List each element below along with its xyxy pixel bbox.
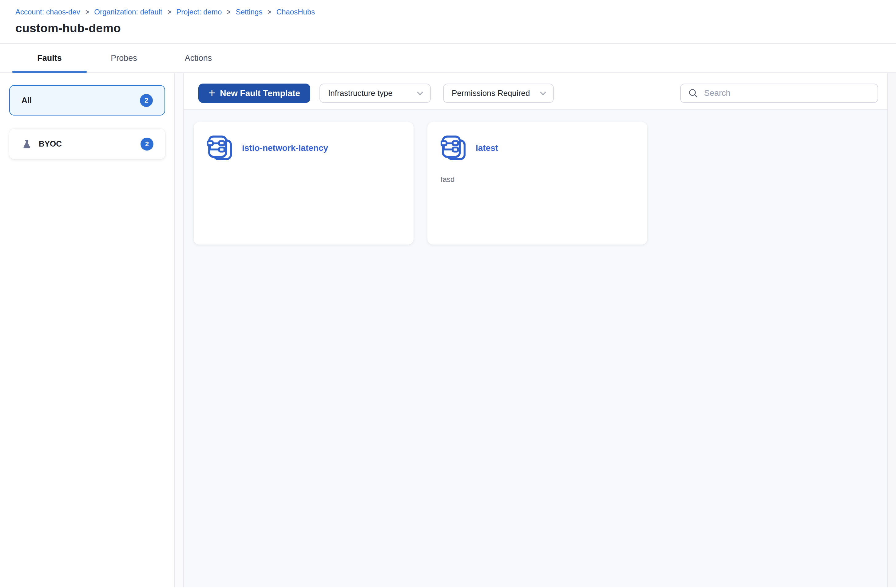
permissions-required-label: Permissions Required [452,88,530,98]
sidebar-item-all-label: All [21,96,32,105]
page-body: All 2 BYOC 2 + New Fault Template Infras… [0,73,896,587]
breadcrumb-separator-icon: > [168,8,171,17]
tab-probes[interactable]: Probes [87,44,161,73]
page-title: custom-hub-demo [15,21,896,35]
page-header: Account: chaos-dev > Organization: defau… [0,0,896,44]
sidebar-divider [175,73,184,587]
tab-probes-label: Probes [111,53,137,63]
breadcrumb-separator-icon: > [85,8,89,17]
fault-category-sidebar: All 2 BYOC 2 [0,73,175,587]
breadcrumb-chaoshubs-link[interactable]: ChaosHubs [276,8,315,17]
fault-template-card-istio-network-latency[interactable]: istio-network-latency [194,122,414,245]
all-count-badge: 2 [140,94,153,107]
tab-faults-label: Faults [37,53,62,63]
main-panel: + New Fault Template Infrastructure type… [184,73,896,587]
permissions-required-dropdown[interactable]: Permissions Required [443,84,554,103]
fault-template-icon [440,135,468,162]
sidebar-item-byoc[interactable]: BYOC 2 [9,129,165,159]
search-icon [688,88,699,99]
breadcrumb-project-link[interactable]: Project: demo [176,8,222,17]
fault-template-title[interactable]: latest [476,143,498,153]
breadcrumb-account-link[interactable]: Account: chaos-dev [15,8,80,17]
breadcrumb-separator-icon: > [268,8,271,17]
infrastructure-type-label: Infrastructure type [328,88,393,98]
card-head: latest [440,135,635,162]
tab-faults[interactable]: Faults [12,44,87,73]
fault-template-icon [207,135,234,162]
breadcrumb-settings-link[interactable]: Settings [236,8,263,17]
sidebar-item-byoc-label: BYOC [39,139,62,149]
flask-icon [21,139,32,149]
tab-actions[interactable]: Actions [161,44,236,73]
breadcrumb: Account: chaos-dev > Organization: defau… [15,8,896,17]
breadcrumb-organization-link[interactable]: Organization: default [94,8,162,17]
chevron-down-icon [417,91,424,96]
byoc-count-badge: 2 [140,138,154,150]
fault-template-grid: istio-network-latency [184,110,896,245]
chevron-down-icon [539,91,546,96]
card-head: istio-network-latency [207,135,401,162]
vertical-scrollbar[interactable] [887,73,896,587]
fault-template-description: fasd [440,175,635,184]
search-box [680,84,878,103]
active-tab-underline [12,71,87,73]
sidebar-item-all[interactable]: All 2 [9,85,165,115]
new-fault-template-label: New Fault Template [220,88,300,98]
tab-bar: Faults Probes Actions [0,44,896,73]
plus-icon: + [209,87,215,99]
search-input[interactable] [704,88,870,98]
breadcrumb-separator-icon: > [227,8,231,17]
infrastructure-type-dropdown[interactable]: Infrastructure type [320,84,431,103]
fault-template-title[interactable]: istio-network-latency [242,143,328,153]
faults-toolbar: + New Fault Template Infrastructure type… [184,73,896,110]
tab-actions-label: Actions [185,53,212,63]
new-fault-template-button[interactable]: + New Fault Template [198,84,310,103]
fault-template-card-latest[interactable]: latest fasd [427,122,647,245]
